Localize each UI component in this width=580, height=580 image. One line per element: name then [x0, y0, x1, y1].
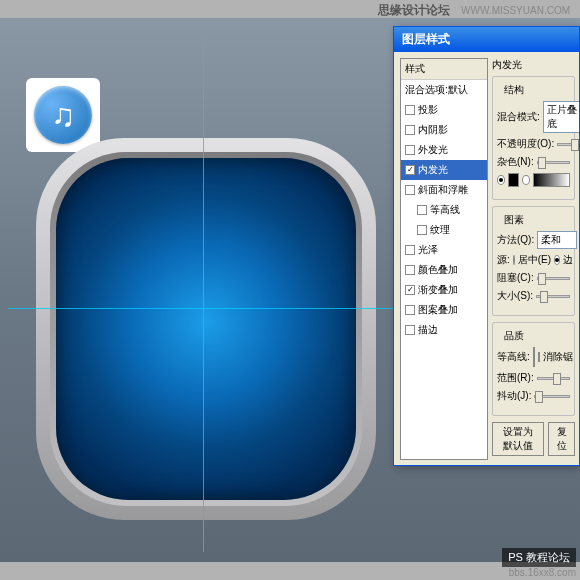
style-item[interactable]: 斜面和浮雕 [401, 180, 487, 200]
gradient-swatch[interactable] [533, 173, 570, 187]
style-checkbox[interactable] [417, 225, 427, 235]
source-center-radio[interactable] [513, 255, 515, 265]
style-checkbox[interactable] [405, 305, 415, 315]
layer-style-dialog: 图层样式 样式 混合选项:默认投影内阴影外发光内发光斜面和浮雕等高线纹理光泽颜色… [393, 26, 580, 466]
style-checkbox[interactable] [405, 145, 415, 155]
reset-button[interactable]: 复位 [548, 422, 575, 456]
elements-group: 图素 方法(Q): 柔和 源: 居中(E) 边 阻塞(C): 大小( [492, 206, 575, 316]
style-checkbox[interactable] [405, 105, 415, 115]
styles-list: 样式 混合选项:默认投影内阴影外发光内发光斜面和浮雕等高线纹理光泽颜色叠加渐变叠… [400, 58, 488, 460]
watermark-top: 思缘设计论坛 WWW.MISSYUAN.COM [378, 2, 570, 19]
contour-swatch[interactable] [533, 347, 535, 367]
antialias-checkbox[interactable] [538, 352, 540, 362]
color-radio[interactable] [497, 175, 505, 185]
blend-mode-select[interactable]: 正片叠底 [543, 101, 579, 133]
opacity-slider[interactable] [557, 143, 577, 146]
style-item[interactable]: 图案叠加 [401, 300, 487, 320]
vertical-guide [203, 38, 204, 552]
style-item[interactable]: 内阴影 [401, 120, 487, 140]
gradient-radio[interactable] [522, 175, 530, 185]
dialog-title: 图层样式 [394, 27, 579, 52]
style-item[interactable]: 外发光 [401, 140, 487, 160]
music-note-icon: ♫ [51, 97, 75, 134]
panel-section-title: 内发光 [492, 58, 575, 72]
style-item[interactable]: 渐变叠加 [401, 280, 487, 300]
style-item[interactable]: 混合选项:默认 [401, 80, 487, 100]
style-item[interactable]: 投影 [401, 100, 487, 120]
style-item[interactable]: 颜色叠加 [401, 260, 487, 280]
style-item[interactable]: 内发光 [401, 160, 487, 180]
style-item[interactable]: 光泽 [401, 240, 487, 260]
noise-slider[interactable] [537, 161, 570, 164]
style-checkbox[interactable] [405, 125, 415, 135]
style-item[interactable]: 描边 [401, 320, 487, 340]
style-checkbox[interactable] [405, 285, 415, 295]
style-item[interactable]: 纹理 [401, 220, 487, 240]
set-default-button[interactable]: 设置为默认值 [492, 422, 544, 456]
jitter-slider[interactable] [534, 395, 570, 398]
main-rounded-shape [36, 138, 376, 520]
style-checkbox[interactable] [405, 265, 415, 275]
technique-select[interactable]: 柔和 [537, 231, 577, 249]
style-checkbox[interactable] [405, 245, 415, 255]
style-checkbox[interactable] [405, 185, 415, 195]
style-item[interactable]: 等高线 [401, 200, 487, 220]
quality-group: 品质 等高线: 消除锯 范围(R): 抖动(J): [492, 322, 575, 416]
style-checkbox[interactable] [405, 325, 415, 335]
reference-icon: ♫ [26, 78, 100, 152]
watermark-bottom: PS 教程论坛 bbs.16xx8.com [502, 548, 576, 578]
style-checkbox[interactable] [417, 205, 427, 215]
choke-slider[interactable] [537, 277, 570, 280]
color-swatch[interactable] [508, 173, 519, 187]
style-checkbox[interactable] [405, 165, 415, 175]
styles-header: 样式 [401, 59, 487, 80]
source-edge-radio[interactable] [554, 255, 560, 265]
inner-glow-panel: 内发光 结构 混合模式: 正片叠底 不透明度(O): 杂色(N): [488, 52, 579, 466]
structure-group: 结构 混合模式: 正片叠底 不透明度(O): 杂色(N): [492, 76, 575, 200]
range-slider[interactable] [537, 377, 570, 380]
size-slider[interactable] [536, 295, 570, 298]
